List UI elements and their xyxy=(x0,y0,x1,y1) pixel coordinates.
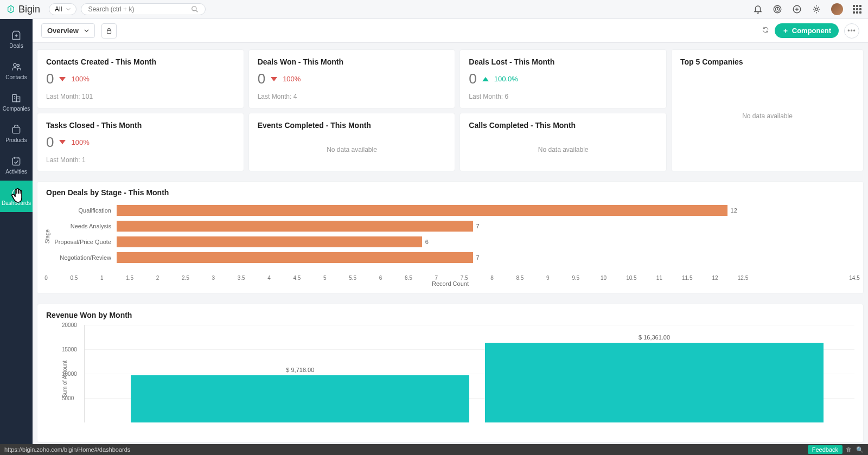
stat-value: 0 xyxy=(469,71,476,87)
zoom-icon[interactable]: 🔍 xyxy=(856,446,864,453)
trend-down-icon xyxy=(59,77,66,81)
xtick: 1 xyxy=(100,275,104,281)
feedback-button[interactable]: Feedback xyxy=(808,445,843,454)
xtick: 6 xyxy=(379,275,382,281)
chart-open-deals-stage[interactable]: Open Deals by Stage - This Month Stage Q… xyxy=(37,181,864,294)
xtick: 12 xyxy=(712,275,718,281)
nav-contacts[interactable]: Contacts xyxy=(0,55,33,86)
card-calls-completed[interactable]: Calls Completed - This Month No data ava… xyxy=(459,113,667,172)
sub-header: Overview Component ••• xyxy=(33,19,868,43)
scope-label: All xyxy=(55,5,62,13)
nav-companies[interactable]: Companies xyxy=(0,86,33,118)
bar[interactable] xyxy=(485,343,824,422)
xtick: 11 xyxy=(656,275,662,281)
add-component-button[interactable]: Component xyxy=(775,23,839,38)
xtick: 9.5 xyxy=(572,275,579,281)
component-label: Component xyxy=(792,27,831,35)
main-area: Overview Component ••• Contacts Created … xyxy=(33,19,868,443)
card-contacts-created[interactable]: Contacts Created - This Month 0 100% Las… xyxy=(37,49,244,108)
svg-point-0 xyxy=(192,7,196,11)
refresh-icon xyxy=(762,26,769,34)
xtick: 1.5 xyxy=(126,275,133,281)
chart-revenue-month[interactable]: Revenue Won by Month Sum of Amount 50001… xyxy=(37,304,864,443)
view-label: Overview xyxy=(47,27,79,35)
app-name: Bigin xyxy=(18,4,40,15)
bar-category: Needs Analysis xyxy=(46,223,111,229)
xtick: 2.5 xyxy=(182,275,189,281)
svg-rect-8 xyxy=(16,97,20,101)
card-title: Calls Completed - This Month xyxy=(469,121,658,130)
view-dropdown[interactable]: Overview xyxy=(41,23,95,38)
xtick: 11.5 xyxy=(682,275,692,281)
ytick: 5000 xyxy=(62,395,74,401)
nav-products[interactable]: Products xyxy=(0,118,33,149)
bar[interactable] xyxy=(131,375,469,422)
svg-rect-12 xyxy=(107,30,111,33)
card-title: Events Completed - This Month xyxy=(258,121,446,130)
ytick: 10000 xyxy=(62,371,77,377)
card-title: Deals Won - This Month xyxy=(258,57,446,66)
dashboard-body: Contacts Created - This Month 0 100% Las… xyxy=(33,43,868,443)
stat-pct: 100% xyxy=(71,75,89,83)
plus-circle-icon[interactable] xyxy=(792,4,802,14)
app-logo[interactable]: Bigin xyxy=(7,4,40,15)
trend-down-icon xyxy=(271,77,277,81)
card-title: Top 5 Companies xyxy=(680,57,854,66)
more-button[interactable]: ••• xyxy=(844,23,859,39)
subheader-actions: Component ••• xyxy=(762,23,859,39)
nav-activities[interactable]: Activities xyxy=(0,149,33,181)
bar-category: Qualification xyxy=(46,207,111,214)
status-icons: 🗑 🔍 xyxy=(846,446,868,453)
trash-icon[interactable]: 🗑 xyxy=(846,446,852,453)
apps-icon[interactable] xyxy=(853,5,861,14)
bar-value-label: $ 9,718.00 xyxy=(286,367,314,373)
nav-label: Contacts xyxy=(5,74,27,80)
search-box[interactable] xyxy=(81,3,206,15)
xtick: 3.5 xyxy=(238,275,245,281)
trend-down-icon xyxy=(59,140,66,144)
xtick: 10.5 xyxy=(626,275,636,281)
bar[interactable] xyxy=(117,221,473,232)
bar[interactable] xyxy=(117,205,727,216)
card-events-completed[interactable]: Events Completed - This Month No data av… xyxy=(248,113,456,172)
avatar[interactable] xyxy=(831,3,843,15)
nav-deals[interactable]: Deals xyxy=(0,23,33,55)
clock-icon[interactable] xyxy=(773,4,782,14)
vbar-chart: Sum of Amount 5000100001500020000$ 9,718… xyxy=(46,325,854,433)
xtick: 6.5 xyxy=(405,275,412,281)
bar[interactable] xyxy=(117,252,473,263)
header-actions xyxy=(753,3,861,15)
chart-ylabel: Sum of Amount xyxy=(62,361,68,398)
card-deals-won[interactable]: Deals Won - This Month 0 100% Last Month… xyxy=(248,49,456,108)
xtick: 0.5 xyxy=(70,275,78,281)
lock-icon xyxy=(105,27,113,35)
card-tasks-closed[interactable]: Tasks Closed - This Month 0 100% Last Mo… xyxy=(37,113,244,172)
scope-dropdown[interactable]: All xyxy=(49,3,76,15)
bar-value: 6 xyxy=(425,239,429,245)
lock-button[interactable] xyxy=(101,23,117,39)
no-data-text: No data available xyxy=(469,146,658,153)
refresh-button[interactable] xyxy=(762,26,769,36)
bar-category: Proposal/Price Quote xyxy=(46,239,111,245)
svg-rect-9 xyxy=(12,127,20,133)
search-input[interactable] xyxy=(88,5,191,13)
plus-icon xyxy=(782,28,789,34)
card-title: Contacts Created - This Month xyxy=(46,57,235,66)
xtick: 10 xyxy=(601,275,607,281)
bell-icon[interactable] xyxy=(753,4,763,14)
xtick: 14.5 xyxy=(849,275,859,281)
top-header: Bigin All xyxy=(0,0,868,19)
xtick: 8 xyxy=(490,275,494,281)
card-deals-lost[interactable]: Deals Lost - This Month 0 100.0% Last Mo… xyxy=(459,49,667,108)
bar-value: 12 xyxy=(731,207,737,214)
card-top5-companies[interactable]: Top 5 Companies No data available xyxy=(671,49,864,171)
bar[interactable] xyxy=(117,236,422,247)
bar-category: Negotiation/Review xyxy=(46,254,111,261)
trend-up-icon xyxy=(482,77,489,81)
stat-value: 0 xyxy=(46,71,54,87)
stat-pct: 100% xyxy=(283,75,301,83)
gear-icon[interactable] xyxy=(812,4,821,14)
chart-title: Open Deals by Stage - This Month xyxy=(46,188,854,197)
nav-dashboards[interactable]: Dashboards xyxy=(0,181,33,212)
nav-label: Companies xyxy=(3,106,30,112)
